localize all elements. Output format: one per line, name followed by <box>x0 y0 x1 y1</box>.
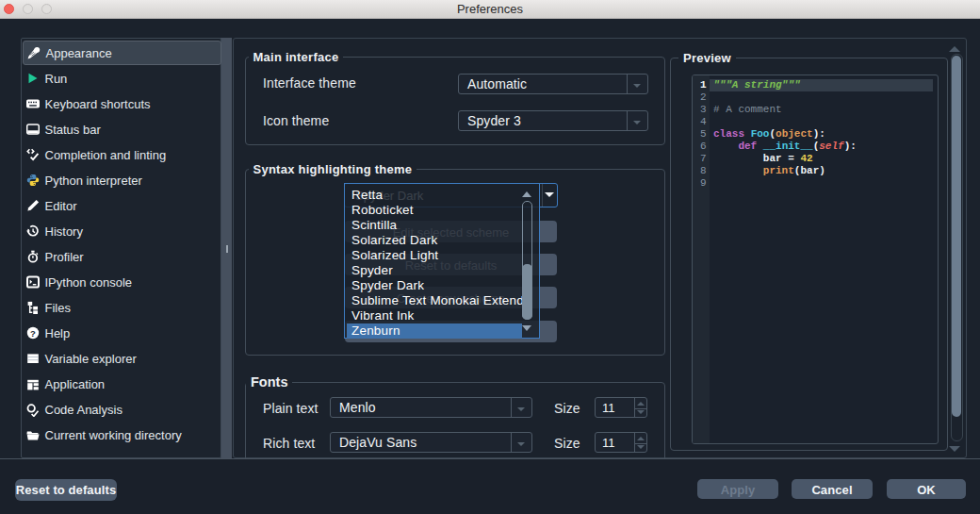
svg-text:?: ? <box>30 328 36 339</box>
